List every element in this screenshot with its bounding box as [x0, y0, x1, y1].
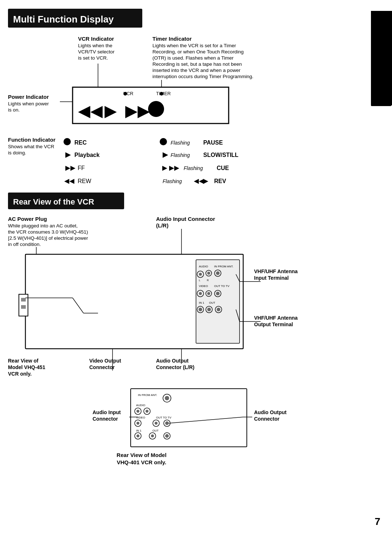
- svg-text:VIDEO: VIDEO: [136, 416, 145, 419]
- svg-text:OUT TO TV: OUT TO TV: [156, 416, 172, 419]
- svg-text:interruption occurs during Tim: interruption occurs during Timer Program…: [152, 74, 253, 79]
- power-indicator-title: Power Indicator: [8, 94, 49, 100]
- svg-text:▶: ▶: [162, 164, 167, 171]
- svg-text:◀◀: ◀◀: [64, 177, 74, 185]
- audio-input-connector-title: Audio Input Connector: [156, 216, 215, 222]
- side-tab-text: Initial Setup(Connection): [373, 38, 390, 78]
- svg-point-16: [160, 92, 163, 96]
- svg-text:Model VHQ-451: Model VHQ-451: [8, 364, 45, 370]
- svg-point-67: [207, 272, 210, 275]
- svg-point-27: [64, 138, 71, 145]
- svg-text:Lights when power: Lights when power: [8, 101, 49, 106]
- svg-point-68: [215, 270, 221, 276]
- svg-point-127: [164, 433, 170, 439]
- svg-point-83: [199, 308, 202, 311]
- svg-point-76: [206, 291, 212, 296]
- svg-point-112: [146, 410, 148, 413]
- svg-text:Flashing: Flashing: [171, 140, 190, 146]
- svg-text:While plugged into an AC outle: While plugged into an AC outlet,: [8, 223, 78, 228]
- svg-point-116: [136, 422, 139, 425]
- svg-text:VCR/TV selector: VCR/TV selector: [78, 49, 115, 54]
- svg-rect-49: [8, 193, 124, 209]
- svg-text:REW: REW: [78, 178, 91, 184]
- svg-point-106: [163, 394, 171, 402]
- svg-point-111: [144, 408, 150, 414]
- svg-text:Input Terminal: Input Terminal: [254, 275, 289, 281]
- svg-point-77: [207, 292, 210, 295]
- svg-rect-58: [19, 294, 28, 316]
- svg-point-79: [216, 292, 220, 295]
- svg-text:Flashing: Flashing: [171, 152, 190, 158]
- page-number: 7: [375, 516, 380, 527]
- svg-text:TIMER: TIMER: [156, 91, 171, 96]
- svg-text:Recording is set, but a tape h: Recording is set, but a tape has not bee…: [152, 61, 242, 67]
- video-output-connector-title: Video Output: [89, 358, 121, 364]
- audio-output-connector-451: Audio Output: [156, 358, 189, 364]
- svg-point-15: [123, 92, 127, 96]
- svg-text:is doing.: is doing.: [8, 150, 26, 155]
- svg-text:AUDIO: AUDIO: [136, 404, 145, 407]
- svg-point-78: [215, 290, 221, 297]
- svg-text:PAUSE: PAUSE: [203, 139, 223, 146]
- svg-text:VIDEO: VIDEO: [199, 284, 208, 288]
- svg-text:in off condition.: in off condition.: [8, 242, 41, 247]
- svg-rect-57: [25, 254, 243, 349]
- svg-text:FF: FF: [78, 165, 85, 171]
- rear-view-401-label: Rear View of Model: [117, 452, 166, 458]
- svg-line-95: [73, 298, 83, 313]
- audio-input-connector-401: Audio Input: [93, 409, 121, 415]
- svg-point-115: [135, 420, 141, 426]
- video-input-connector-title: Video Input Connector: [33, 306, 95, 312]
- vhf-uhf-output-title: VHF/UHF Antenna: [254, 315, 298, 321]
- svg-rect-104: [131, 389, 247, 447]
- svg-text:IN FROM ANT.: IN FROM ANT.: [214, 265, 233, 268]
- svg-point-118: [155, 422, 158, 425]
- svg-text:SLOW/STILL: SLOW/STILL: [203, 152, 238, 158]
- svg-line-133: [169, 417, 243, 423]
- mfd-header: Multi Function Display: [13, 14, 114, 25]
- svg-point-86: [215, 306, 222, 313]
- svg-text:Flashing: Flashing: [163, 178, 182, 184]
- svg-rect-12: [73, 87, 229, 124]
- svg-text:CUE: CUE: [217, 165, 229, 171]
- svg-point-124: [136, 434, 139, 437]
- svg-point-117: [153, 420, 159, 426]
- svg-text:▶▶: ▶▶: [125, 102, 150, 120]
- svg-text:Recording, or when One Touch R: Recording, or when One Touch Recording: [152, 49, 244, 54]
- svg-text:Connector (L/R): Connector (L/R): [156, 364, 195, 370]
- svg-point-120: [165, 421, 169, 425]
- svg-text:▶: ▶: [105, 102, 117, 120]
- svg-point-125: [149, 433, 156, 439]
- svg-point-66: [206, 270, 212, 276]
- vhf-uhf-input-title: VHF/UHF Antenna: [254, 268, 298, 274]
- svg-point-128: [165, 434, 169, 438]
- svg-point-110: [136, 410, 139, 413]
- svg-text:VCR only.: VCR only.: [8, 371, 32, 377]
- rear-view-451-label: Rear View of: [8, 358, 38, 364]
- svg-text:the VCR consumes 3.0 W(VHQ-451: the VCR consumes 3.0 W(VHQ-451): [8, 229, 88, 235]
- svg-text:▶: ▶: [163, 150, 168, 158]
- svg-rect-0: [8, 9, 142, 28]
- svg-point-85: [207, 308, 211, 311]
- svg-text:Flashing: Flashing: [184, 165, 203, 171]
- svg-text:L: L: [199, 279, 200, 282]
- svg-text:◀◀: ◀◀: [78, 102, 103, 120]
- svg-text:(L/R): (L/R): [156, 222, 168, 228]
- svg-text:OUT: OUT: [209, 301, 215, 304]
- svg-text:[2.5 W(VHQ-401)] of electrical: [2.5 W(VHQ-401)] of electrical power: [8, 235, 88, 241]
- svg-text:▶: ▶: [65, 150, 71, 158]
- svg-text:Connector: Connector: [254, 416, 280, 422]
- timer-indicator-title: Timer Indicator: [152, 36, 192, 42]
- svg-text:REC: REC: [74, 139, 87, 146]
- svg-point-119: [164, 420, 170, 426]
- svg-point-75: [199, 292, 202, 295]
- svg-text:Lights when the: Lights when the: [78, 43, 113, 48]
- svg-rect-59: [21, 298, 26, 302]
- svg-point-109: [135, 408, 141, 414]
- svg-text:is set to VCR.: is set to VCR.: [78, 55, 108, 61]
- svg-line-93: [236, 310, 240, 321]
- rear-view-header: Rear View of the VCR: [13, 197, 94, 206]
- svg-text:Connector: Connector: [93, 416, 118, 422]
- vcr-indicator-title: VCR Indicator: [78, 36, 114, 42]
- svg-text:R: R: [207, 279, 209, 282]
